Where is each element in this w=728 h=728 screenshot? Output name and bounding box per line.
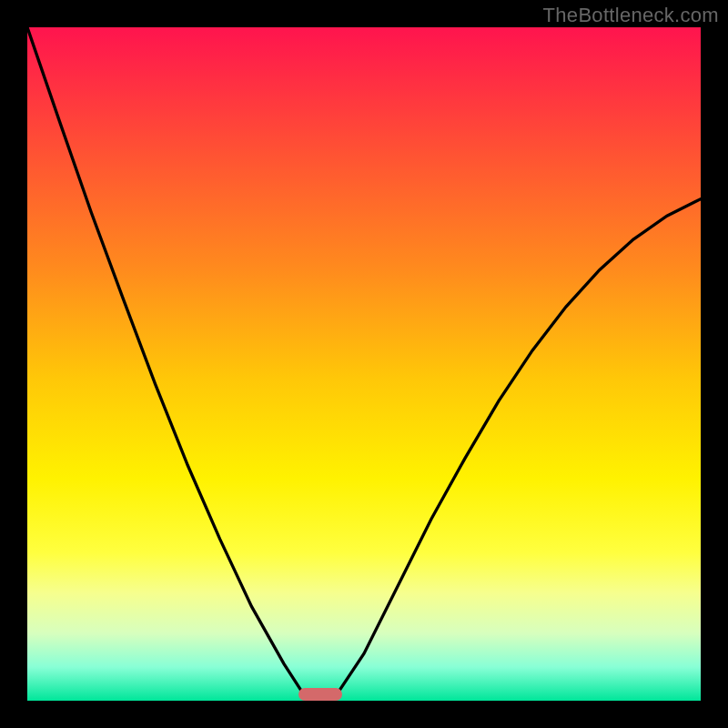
chart-plot-area	[27, 27, 701, 701]
bottom-pill-marker	[298, 688, 342, 701]
chart-outer-frame: TheBottleneck.com	[0, 0, 728, 728]
right-curve	[337, 199, 701, 694]
chart-curves-svg	[27, 27, 701, 701]
watermark-text: TheBottleneck.com	[543, 4, 719, 27]
left-curve	[27, 27, 303, 694]
